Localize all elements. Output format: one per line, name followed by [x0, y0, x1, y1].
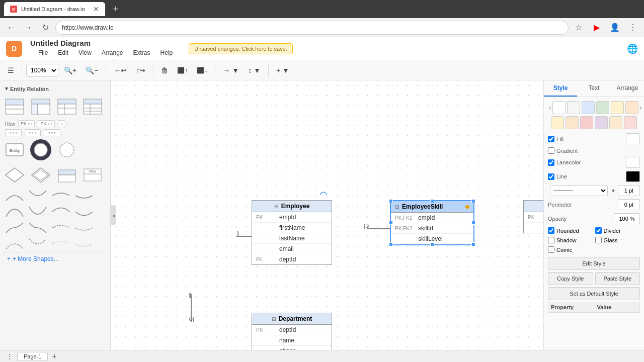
entity-shape-2[interactable]: ▫ ▫ ▫ [25, 129, 41, 136]
shape-circle[interactable] [56, 139, 77, 160]
waypoint-button[interactable]: ↕ ▼ [245, 63, 264, 77]
swatch-light-blue[interactable] [582, 101, 595, 114]
glass-checkbox[interactable] [595, 237, 602, 243]
handle-mr[interactable] [471, 221, 475, 225]
row-shape-1[interactable]: PK ▫ ▫ [18, 120, 35, 127]
to-front-button[interactable]: ⬛↑ [174, 63, 191, 77]
divider-checkbox[interactable] [595, 227, 602, 234]
skill-table[interactable]: ⊟ Skill PK skillId skillDescription [523, 200, 543, 233]
menu-arrange[interactable]: Arrange [98, 47, 127, 58]
delete-button[interactable]: 🗑 [157, 63, 172, 77]
curve-shape-5[interactable] [4, 205, 25, 219]
fill-checkbox[interactable] [548, 136, 554, 142]
line-color-picker[interactable] [626, 171, 640, 182]
collapse-btn-2[interactable]: ⊟ [395, 204, 399, 210]
fill-color-picker[interactable] [626, 133, 640, 144]
profile-button[interactable]: 👤 [608, 21, 622, 35]
curve-shape-3[interactable] [50, 189, 71, 203]
rounded-checkbox[interactable] [548, 227, 554, 234]
zoom-select[interactable]: 100% 75% 50% 150% [26, 64, 58, 77]
swatch-light-green[interactable] [596, 101, 609, 114]
lanecolor-picker[interactable] [626, 157, 640, 168]
swatch-light-yellow[interactable] [611, 101, 624, 114]
swatch-white[interactable] [552, 101, 566, 114]
collapse-btn-4[interactable]: ⊟ [272, 316, 276, 322]
employee-table[interactable]: ⊟ Employee PK empId firstName lastName e… [252, 200, 332, 265]
swatch-next-button[interactable]: › [638, 104, 643, 112]
swatch-beige[interactable] [566, 116, 579, 129]
employee-skill-table[interactable]: ⊟ EmployeeSkill ◆ PK,FK1 empId PK,FK2 sk… [390, 200, 474, 245]
edit-style-button[interactable]: Edit Style [548, 257, 640, 270]
canvas-area[interactable]: || ⊙| |⊙ || || ⊙| ⊟ Employee PK empId [111, 80, 543, 350]
shape-table-label-1[interactable] [56, 164, 77, 186]
swatch-light-orange[interactable] [625, 101, 638, 114]
comic-checkbox[interactable] [548, 246, 554, 253]
menu-file[interactable]: File [34, 47, 52, 58]
menu-view[interactable]: View [74, 47, 96, 58]
page-tab-1[interactable]: Page-1 [17, 352, 48, 361]
handle-bl[interactable] [389, 242, 393, 246]
sidebar-collapse-handle[interactable]: ◂ [111, 205, 116, 225]
shape-diamond-1[interactable] [4, 164, 25, 186]
shape-diamond-2[interactable] [30, 164, 51, 186]
curve-shape-2[interactable] [27, 189, 48, 203]
insert-button[interactable]: + ▼ [273, 63, 293, 77]
new-tab-button[interactable]: + [109, 4, 123, 15]
swatch-extra-6[interactable] [624, 116, 637, 129]
shadow-checkbox[interactable] [548, 237, 554, 243]
row-shape-2[interactable]: PK ▫ ▫ [38, 120, 54, 127]
shape-table-1[interactable] [4, 96, 25, 117]
line-checkbox[interactable] [548, 173, 554, 180]
opacity-input[interactable] [614, 213, 640, 224]
shape-entity-2[interactable] [30, 139, 51, 160]
globe-icon[interactable]: 🌐 [627, 43, 638, 54]
shape-entity-1[interactable]: Entity [4, 139, 25, 160]
youtube-button[interactable]: ▶ [590, 21, 604, 35]
curve-shape-9[interactable] [4, 221, 25, 235]
more-shapes-button[interactable]: + + More Shapes... [2, 252, 108, 265]
line-weight-input[interactable] [618, 185, 640, 196]
unsaved-badge[interactable]: Unsaved changes. Click here to save. [189, 43, 293, 54]
tab-text[interactable]: Text [577, 80, 610, 97]
shape-table-4[interactable] [82, 96, 103, 117]
menu-extras[interactable]: Extras [129, 47, 154, 58]
rotation-handle[interactable] [318, 190, 329, 200]
add-page-button[interactable]: + [50, 352, 58, 361]
curve-shape-12[interactable] [73, 221, 95, 235]
page-menu-button[interactable]: ⋮ [4, 352, 15, 360]
set-default-button[interactable]: Set as Default Style [548, 287, 640, 300]
connection-button[interactable]: → ▼ [219, 63, 243, 77]
handle-br[interactable] [471, 242, 475, 246]
sidebar-toggle-button[interactable]: ☰ [4, 63, 18, 77]
paste-style-button[interactable]: Paste Style [595, 272, 640, 285]
curve-shape-16[interactable] [73, 237, 95, 251]
undo-button[interactable]: ←↩ [110, 63, 130, 77]
swatch-prev-button[interactable]: ‹ [548, 104, 552, 112]
back-button[interactable]: ← [4, 21, 18, 35]
forward-button[interactable]: → [21, 21, 35, 35]
zoom-in-button[interactable]: 🔍+ [60, 63, 80, 77]
curve-shape-13[interactable] [4, 237, 25, 251]
menu-edit[interactable]: Edit [54, 47, 72, 58]
url-bar[interactable]: https://www.draw.io [55, 21, 569, 35]
shape-table-label-2[interactable]: New [82, 164, 103, 186]
copy-style-button[interactable]: Copy Style [548, 272, 593, 285]
tab-arrange[interactable]: Arrange [611, 80, 644, 97]
curve-shape-7[interactable] [50, 205, 71, 219]
browser-tab[interactable]: D Untitled Diagram - draw.io ✕ [4, 2, 105, 16]
handle-bc[interactable] [430, 242, 434, 246]
swatch-tan[interactable] [551, 116, 564, 129]
gradient-checkbox[interactable] [548, 147, 554, 154]
perimeter-input[interactable] [618, 199, 640, 210]
swatch-purple-light[interactable] [595, 116, 608, 129]
refresh-button[interactable]: ↻ [38, 21, 52, 35]
row-shape-3[interactable]: ⬦ [58, 120, 65, 127]
handle-tl[interactable] [389, 199, 393, 203]
handle-tr[interactable] [471, 199, 475, 203]
curve-shape-4[interactable] [73, 189, 95, 203]
bookmark-button[interactable]: ☆ [572, 21, 586, 35]
curve-shape-11[interactable] [50, 221, 71, 235]
curve-shape-6[interactable] [27, 205, 48, 219]
menu-help[interactable]: Help [156, 47, 177, 58]
tab-close-button[interactable]: ✕ [93, 5, 99, 13]
